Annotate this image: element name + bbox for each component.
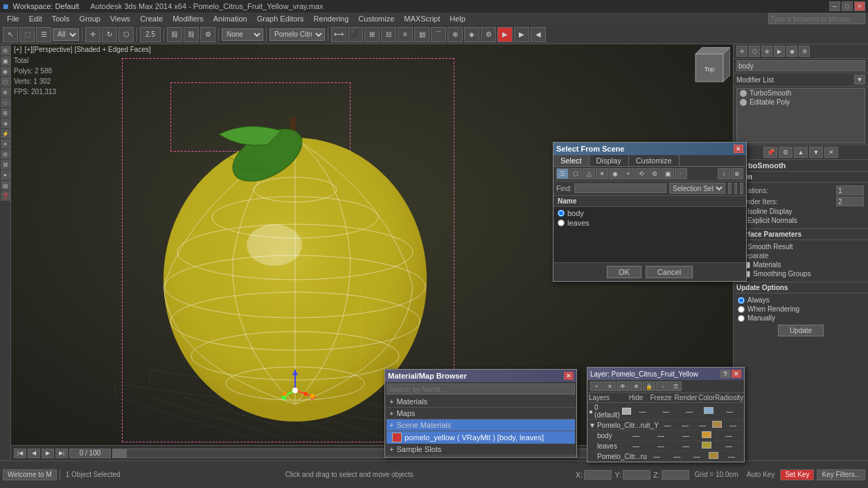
tb-bind-btn[interactable]: ⚙ bbox=[200, 27, 215, 42]
tb-render-last-btn[interactable]: ◀ bbox=[531, 27, 546, 42]
menu-file[interactable]: File bbox=[3, 14, 24, 24]
tb-select-btn[interactable]: ↖ bbox=[3, 27, 18, 42]
layer-row-leaves[interactable]: leaves — — — — bbox=[587, 441, 744, 451]
menu-graph-editors[interactable]: Graph Editors bbox=[253, 14, 308, 24]
dialog-tab-display[interactable]: Display bbox=[590, 155, 629, 166]
sidebar-icon-8[interactable]: ◈ bbox=[1, 118, 10, 128]
menu-maxscript[interactable]: MAXScript bbox=[400, 14, 444, 24]
set-key-btn[interactable]: Set Key bbox=[780, 469, 814, 480]
rp-motion-icon[interactable]: ▶ bbox=[774, 46, 785, 57]
layer-tb-delete-btn[interactable]: ✕ bbox=[603, 381, 616, 391]
sidebar-icon-13[interactable]: ✦ bbox=[1, 170, 10, 180]
object-name-input[interactable] bbox=[736, 60, 865, 71]
dialog-item-leaves[interactable]: leaves bbox=[555, 218, 745, 228]
menu-edit[interactable]: Edit bbox=[25, 14, 46, 24]
dialog-item-body[interactable]: body bbox=[555, 208, 745, 218]
timeline-prev-btn[interactable]: ◀ bbox=[28, 449, 40, 458]
layer-tb-select-btn[interactable]: ☰ bbox=[669, 381, 682, 391]
layer-tb-hide-btn[interactable]: 👁 bbox=[617, 381, 629, 391]
layer-close-btn[interactable]: ✕ bbox=[732, 370, 741, 378]
layer-row-pomelo[interactable]: ▼ Pomelo_Citr...ruit_Y — — — — bbox=[587, 420, 744, 431]
rp-display-icon[interactable]: ◉ bbox=[786, 46, 797, 57]
timeline-next-btn[interactable]: ▶| bbox=[55, 449, 68, 458]
search-input[interactable] bbox=[768, 13, 865, 24]
sidebar-icon-4[interactable]: ⬡ bbox=[1, 77, 10, 87]
sidebar-icon-6[interactable]: ⌂ bbox=[1, 98, 10, 107]
rp-hierarchy-icon[interactable]: ⊕ bbox=[761, 46, 772, 57]
dialog-tab-customize[interactable]: Customize bbox=[629, 155, 680, 166]
dialog-leaves-radio[interactable] bbox=[558, 219, 565, 226]
dialog-tb-particle-btn[interactable]: · bbox=[675, 168, 687, 179]
mat-item-pomelo[interactable]: pomelo_yellow ( VRayMtl ) [body, leaves] bbox=[387, 431, 575, 444]
mat-search-input[interactable] bbox=[387, 383, 575, 395]
tb-layer-btn[interactable]: ▤ bbox=[414, 27, 429, 42]
tb-rotate-btn[interactable]: ↻ bbox=[102, 27, 117, 42]
timeline-play-btn[interactable]: ▶ bbox=[42, 449, 54, 458]
tb-mirror-btn[interactable]: ⟷ bbox=[331, 27, 346, 42]
sidebar-icon-14[interactable]: ▤ bbox=[1, 181, 10, 190]
tb-align-btn[interactable]: ⊟ bbox=[381, 27, 396, 42]
menu-rendering[interactable]: Rendering bbox=[310, 14, 353, 24]
sidebar-icon-7[interactable]: ⊞ bbox=[1, 108, 10, 118]
layer-tb-move-btn[interactable]: → bbox=[656, 381, 668, 391]
layer-tb-lock-btn[interactable]: 🔒 bbox=[643, 381, 655, 391]
mat-browser-close-btn[interactable]: ✕ bbox=[564, 372, 574, 380]
menu-views[interactable]: Views bbox=[106, 14, 134, 24]
rp-down-btn[interactable]: ▼ bbox=[809, 147, 823, 158]
dialog-tb-sort-btn[interactable]: ↕ bbox=[718, 168, 730, 179]
mat-section-scene[interactable]: + Scene Materials bbox=[387, 419, 575, 431]
mat-section-materials[interactable]: + Materials bbox=[387, 396, 575, 408]
dialog-ok-btn[interactable]: OK bbox=[607, 266, 641, 278]
rp-utilities-icon[interactable]: ⚙ bbox=[799, 46, 810, 57]
rp-create-icon[interactable]: ✛ bbox=[736, 46, 747, 57]
layer-help-btn[interactable]: ? bbox=[720, 370, 730, 378]
sidebar-icon-11[interactable]: ⚙ bbox=[1, 150, 10, 159]
dialog-find-input[interactable] bbox=[574, 183, 666, 193]
dialog-find-select[interactable]: Selection Set bbox=[669, 183, 725, 194]
dialog-tb-shape-btn[interactable]: △ bbox=[583, 168, 595, 179]
dialog-tab-select[interactable]: Select bbox=[553, 155, 590, 166]
manually-radio[interactable] bbox=[738, 315, 745, 322]
maximize-btn[interactable]: □ bbox=[842, 1, 853, 11]
tb-curve-btn[interactable]: ⌒ bbox=[431, 27, 446, 42]
sidebar-icon-9[interactable]: ⚡ bbox=[1, 129, 10, 138]
render-iters-input[interactable] bbox=[836, 197, 864, 206]
tb-render-btn[interactable]: ▶ bbox=[497, 27, 513, 42]
dialog-find-btn-1[interactable] bbox=[728, 183, 732, 194]
dialog-tb-bone-btn[interactable]: ⚙ bbox=[648, 168, 661, 179]
dialog-body-radio[interactable] bbox=[558, 210, 565, 217]
welcome-btn[interactable]: Welcome to M bbox=[3, 469, 57, 480]
dialog-close-btn[interactable]: ✕ bbox=[734, 145, 743, 153]
key-filters-btn[interactable]: Key Filters... bbox=[817, 469, 865, 480]
rp-pin-btn[interactable]: 📌 bbox=[763, 147, 777, 158]
menu-group[interactable]: Group bbox=[75, 14, 105, 24]
menu-create[interactable]: Create bbox=[136, 14, 167, 24]
dialog-tb-all-btn[interactable]: ☰ bbox=[556, 168, 569, 179]
always-radio[interactable] bbox=[738, 297, 745, 304]
minimize-btn[interactable]: ─ bbox=[829, 1, 840, 11]
y-input[interactable] bbox=[623, 470, 650, 480]
dialog-tb-light-btn[interactable]: ☀ bbox=[596, 168, 608, 179]
layer-row-body[interactable]: body — — — — bbox=[587, 431, 744, 441]
rp-config-btn[interactable]: ⚙ bbox=[779, 147, 792, 158]
sidebar-icon-5[interactable]: ⊕ bbox=[1, 87, 10, 97]
view-cube[interactable]: Top bbox=[689, 47, 730, 90]
tb-render-active-btn[interactable]: ▶ bbox=[514, 27, 529, 42]
mirror-dropdown[interactable]: Pomelo Citrus... bbox=[269, 28, 325, 41]
iterations-input[interactable] bbox=[836, 186, 864, 195]
dialog-tb-helper-btn[interactable]: + bbox=[622, 168, 635, 179]
timeline-start-btn[interactable]: |◀ bbox=[14, 449, 26, 458]
update-btn[interactable]: Update bbox=[778, 325, 824, 336]
sidebar-icon-3[interactable]: ◉ bbox=[1, 66, 10, 76]
tb-render-setup-btn[interactable]: ⚙ bbox=[481, 27, 496, 42]
tb-move-btn[interactable]: ✛ bbox=[85, 27, 100, 42]
sidebar-icon-10[interactable]: ☀ bbox=[1, 139, 10, 149]
dialog-cancel-btn[interactable]: Cancel bbox=[646, 266, 693, 278]
tb-material-btn[interactable]: ◈ bbox=[464, 27, 479, 42]
tb-scale-btn[interactable]: ⬡ bbox=[118, 27, 134, 42]
rp-up-btn[interactable]: ▲ bbox=[794, 147, 808, 158]
tb-link-btn[interactable]: ⛓ bbox=[167, 27, 182, 42]
dialog-find-btn-2[interactable] bbox=[734, 183, 738, 194]
modifier-editable-poly[interactable]: Editable Poly bbox=[737, 98, 865, 107]
rp-delete-btn[interactable]: ✕ bbox=[824, 147, 838, 158]
